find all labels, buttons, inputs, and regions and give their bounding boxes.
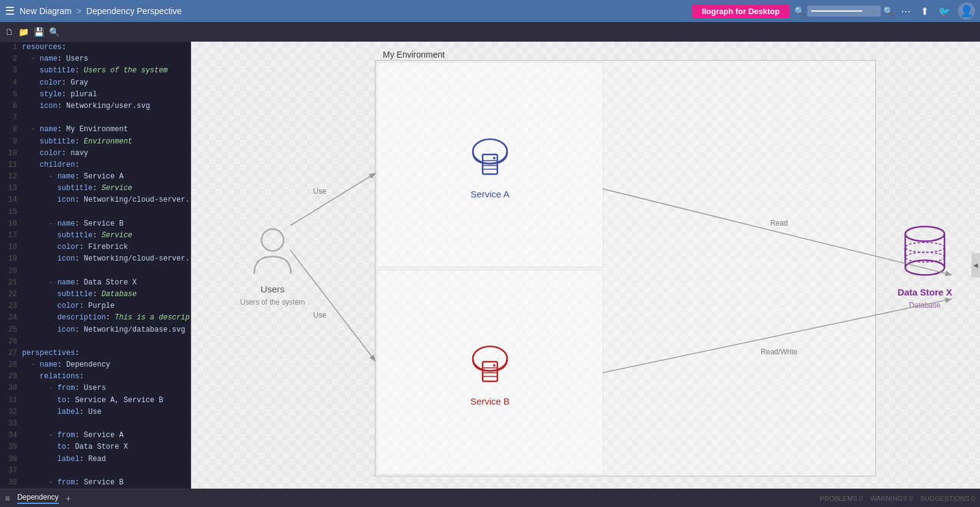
svg-point-12	[262, 229, 284, 251]
datastore-sublabel: Database	[909, 300, 940, 309]
twitter-button[interactable]: 🐦	[936, 4, 953, 18]
code-panel[interactable]: 1resources:2 - name: Users3 subtitle: Us…	[0, 42, 191, 489]
datastore-node[interactable]: Data Store X Database	[876, 221, 974, 309]
user-button[interactable]: 👤	[958, 2, 975, 20]
search-toolbar-icon[interactable]: 🔍	[49, 27, 59, 37]
svg-point-6	[473, 346, 507, 371]
code-line: 16 - name: Service B	[0, 218, 190, 230]
code-line: 21 - name: Data Store X	[0, 277, 190, 289]
code-line: 5 style: plural	[0, 89, 190, 101]
more-button[interactable]: ⋯	[899, 4, 913, 18]
topbar: ☰ New Diagram > Dependency Perspective I…	[0, 0, 980, 22]
code-line: 10 color: navy	[0, 148, 190, 159]
service-b-label: Service B	[470, 396, 510, 406]
code-line: 33	[0, 418, 190, 430]
code-line: 14 icon: Networking/cloud-server.svg	[0, 194, 190, 206]
service-a-label: Service A	[470, 189, 509, 199]
warnings-status: WARNINGS 0	[870, 495, 913, 502]
code-line: 29 relations:	[0, 371, 190, 383]
svg-point-16	[905, 260, 944, 275]
users-label: Users	[260, 283, 284, 294]
my-environment-box: My Environment Service A	[375, 60, 876, 476]
code-line: 7	[0, 112, 190, 124]
environment-title: My Environment	[383, 50, 445, 59]
service-a-box[interactable]: Service A	[377, 62, 603, 267]
code-line: 18 color: Firebrick	[0, 242, 190, 253]
open-icon[interactable]: 📁	[18, 27, 29, 37]
code-line: 11 children:	[0, 159, 190, 171]
code-line: 20	[0, 265, 190, 277]
new-file-icon[interactable]: 🗋	[5, 27, 13, 37]
code-line: 6 icon: Networking/user.svg	[0, 101, 190, 112]
code-line: 15	[0, 207, 190, 218]
brand-button[interactable]: Ilograph for Desktop	[692, 4, 790, 18]
code-line: 12 - name: Service A	[0, 171, 190, 183]
svg-text:Use: Use	[313, 187, 326, 196]
datastore-icon	[897, 221, 952, 283]
code-line: 22 subtitle: Database	[0, 289, 190, 300]
code-line: 36 label: Read	[0, 454, 190, 465]
app-title: New Diagram > Dependency Perspective	[20, 6, 181, 16]
search-bar: 🔍 🔍	[794, 6, 894, 17]
users-icon	[248, 224, 297, 280]
code-line: 23 color: Purple	[0, 300, 190, 312]
code-line: 30 - from: Users	[0, 383, 190, 394]
datastore-label: Data Store X	[897, 286, 952, 297]
code-line: 26	[0, 336, 190, 348]
code-line: 35 to: Data Store X	[0, 441, 190, 453]
diagram-canvas[interactable]: My Environment Service A	[191, 42, 980, 489]
svg-point-13	[905, 226, 944, 241]
save-icon[interactable]: 💾	[34, 27, 44, 37]
add-tab-icon[interactable]: +	[66, 494, 71, 503]
code-line: 37	[0, 465, 190, 477]
code-line: 3 subtitle: Users of the system	[0, 65, 190, 77]
code-line: 17 subtitle: Service	[0, 230, 190, 242]
svg-line-21	[290, 173, 375, 226]
new-diagram-label: Diagram	[39, 6, 72, 16]
users-node[interactable]: Users Users of the system	[240, 224, 305, 306]
code-line: 28 - name: Dependency	[0, 359, 190, 371]
code-line: 2 - name: Users	[0, 53, 190, 65]
code-line: 25 icon: Networking/database.svg	[0, 324, 190, 336]
code-line: 1resources:	[0, 42, 190, 53]
service-b-box[interactable]: Service B	[377, 270, 603, 475]
svg-point-5	[493, 157, 496, 159]
code-line: 8 - name: My Environment	[0, 124, 190, 135]
service-b-icon	[462, 337, 518, 392]
code-line: 9 subtitle: Environment	[0, 136, 190, 148]
code-line: 31 to: Service A, Service B	[0, 395, 190, 406]
code-line: 4 color: Gray	[0, 77, 190, 89]
bottombar: ≡ Dependency + PROBLEMS 0 WARNINGS 0 SUG…	[0, 489, 980, 507]
problems-status: PROBLEMS 0	[820, 495, 863, 502]
code-line: 38 - from: Service B	[0, 477, 190, 489]
collapse-right-panel[interactable]: ◀	[971, 253, 980, 278]
code-line: 32 label: Use	[0, 406, 190, 418]
service-a-icon	[462, 130, 518, 185]
code-line: 34 - from: Service A	[0, 430, 190, 441]
dependency-tab[interactable]: Dependency	[17, 493, 58, 504]
hamburger-icon[interactable]: ☰	[5, 4, 15, 18]
toolbar: 🗋 📁 💾 🔍	[0, 22, 980, 42]
svg-point-0	[473, 139, 507, 164]
zoom-in-icon[interactable]: 🔍	[883, 6, 894, 16]
main: 1resources:2 - name: Users3 subtitle: Us…	[0, 42, 980, 489]
list-view-icon[interactable]: ≡	[5, 494, 10, 503]
users-sublabel: Users of the system	[240, 297, 305, 306]
code-line: 27perspectives:	[0, 348, 190, 359]
code-line: 24 description: This is a description	[0, 312, 190, 324]
svg-point-17	[905, 242, 944, 252]
code-line: 13 subtitle: Service	[0, 183, 190, 194]
svg-point-11	[493, 364, 496, 367]
share-button[interactable]: ⬆	[918, 4, 931, 18]
code-line: 19 icon: Networking/cloud-server.svg	[0, 253, 190, 265]
suggestions-status: SUGGESTIONS 0	[920, 495, 975, 502]
code-lines: 1resources:2 - name: Users3 subtitle: Us…	[0, 42, 190, 489]
zoom-slider[interactable]	[807, 6, 881, 17]
svg-text:Use: Use	[313, 311, 326, 319]
search-icon[interactable]: 🔍	[794, 6, 805, 16]
